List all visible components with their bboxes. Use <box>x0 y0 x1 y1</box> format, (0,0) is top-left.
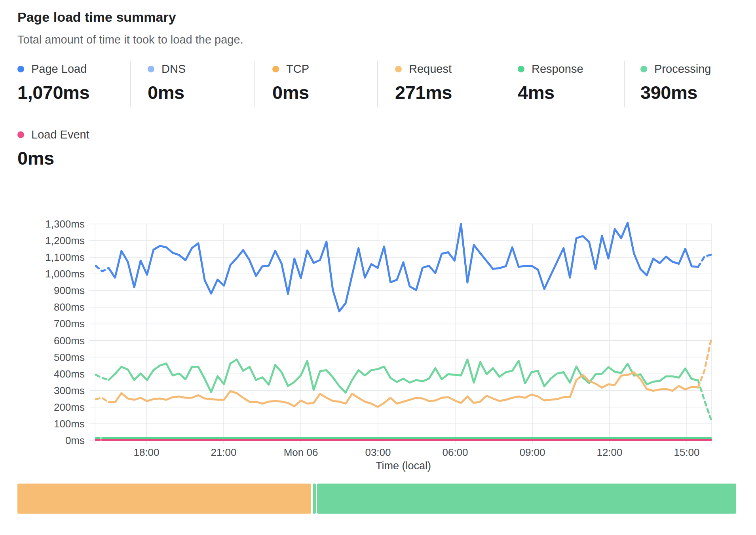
series-request-dashed <box>698 341 711 388</box>
x-axis-tick-label: 03:00 <box>365 446 391 458</box>
series-processing-dashed <box>698 380 711 419</box>
x-axis-tick-label: 21:00 <box>211 446 236 458</box>
y-axis-tick-label: 800ms <box>54 301 85 313</box>
series-page-load-dashed <box>698 255 711 267</box>
timeline-bar[interactable] <box>0 484 756 514</box>
y-axis-tick-label: 600ms <box>54 335 85 347</box>
series-page-load-dashed <box>96 266 108 271</box>
y-axis-tick-label: 900ms <box>54 285 85 296</box>
timeline-bar-segment[interactable] <box>313 484 316 514</box>
y-axis-tick-label: 300ms <box>54 385 85 397</box>
y-axis-tick-label: 700ms <box>54 318 85 330</box>
x-axis-tick-label: 15:00 <box>674 446 699 458</box>
timeline-bar-segment[interactable] <box>317 484 736 514</box>
y-axis-tick-label: 0ms <box>65 434 85 446</box>
x-axis-tick-label: 06:00 <box>442 446 468 458</box>
y-axis-tick-label: 1,300ms <box>45 218 85 230</box>
y-axis-tick-label: 200ms <box>54 401 85 413</box>
timeline-bar-segment[interactable] <box>17 484 311 514</box>
x-axis-title: Time (local) <box>376 460 431 472</box>
x-axis-tick-label: Mon 06 <box>284 446 318 458</box>
page-load-time-line-chart[interactable]: 0ms100ms200ms300ms400ms500ms600ms700ms80… <box>0 0 756 535</box>
y-axis-tick-label: 1,000ms <box>45 268 85 280</box>
x-axis-tick-label: 09:00 <box>519 446 545 458</box>
x-axis-tick-label: 12:00 <box>596 446 622 458</box>
x-axis-tick-label: 18:00 <box>133 446 159 458</box>
series-request-dashed <box>96 398 108 402</box>
y-axis-tick-label: 1,200ms <box>45 235 85 247</box>
y-axis-tick-label: 100ms <box>54 418 85 430</box>
y-axis-tick-label: 500ms <box>54 351 85 363</box>
y-axis-tick-label: 1,100ms <box>45 251 85 263</box>
series-processing-dashed <box>96 375 108 380</box>
y-axis-tick-label: 400ms <box>54 368 85 380</box>
